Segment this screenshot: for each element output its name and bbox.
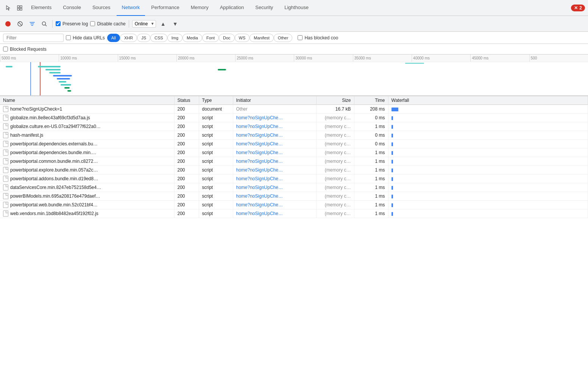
row-initiator-link[interactable]: home?noSignUpChe… (236, 141, 283, 147)
filter-type-other[interactable]: Other (274, 34, 293, 42)
row-size: (memory c… (316, 148, 354, 157)
hide-data-urls-text: Hide data URLs (73, 35, 105, 41)
tab-memory[interactable]: Memory (186, 0, 214, 16)
row-initiator-link[interactable]: home?noSignUpChe… (236, 211, 283, 216)
blocked-requests-label[interactable]: Blocked Requests (3, 47, 47, 52)
upload-button[interactable] (158, 19, 168, 29)
row-initiator-link[interactable]: home?noSignUpChe… (236, 159, 283, 164)
row-initiator-link[interactable]: home?noSignUpChe… (236, 115, 283, 120)
disable-cache-label[interactable]: Disable cache (90, 21, 125, 27)
row-initiator-link[interactable]: home?noSignUpChe… (236, 124, 283, 129)
filter-type-doc[interactable]: Doc (219, 34, 235, 42)
filter-type-ws[interactable]: WS (235, 34, 250, 42)
col-name[interactable]: Name (0, 96, 174, 105)
row-size: (memory c… (316, 192, 354, 201)
table-row[interactable]: powerbiportal.dependencies.bundle.min.…2… (0, 148, 588, 157)
table-row[interactable]: dataServicesCore.min.8247eb752158d5e4…20… (0, 183, 588, 192)
table-row[interactable]: powerbiportal.addons.bundle.min.d19ed8…2… (0, 175, 588, 183)
file-icon (3, 115, 8, 121)
tab-performance[interactable]: Performance (146, 0, 184, 16)
hide-data-urls-label[interactable]: Hide data URLs (66, 35, 105, 41)
table-row[interactable]: web.vendors.min.1bd8b8482ea45f192f02.js2… (0, 209, 588, 218)
col-waterfall[interactable]: Waterfall (388, 96, 588, 105)
svg-line-7 (45, 25, 47, 26)
inspect-icon[interactable] (14, 3, 25, 13)
preserve-log-label[interactable]: Preserve log (56, 21, 88, 27)
tab-elements[interactable]: Elements (26, 0, 57, 16)
filter-type-all[interactable]: All (107, 34, 120, 42)
svg-rect-1 (20, 6, 22, 8)
network-condition-select[interactable]: Online (132, 20, 156, 28)
file-icon (3, 132, 8, 138)
blocked-requests-checkbox[interactable] (3, 47, 8, 51)
row-status: 200 (174, 157, 199, 166)
row-initiator-link[interactable]: home?noSignUpChe… (236, 133, 283, 138)
row-initiator-link[interactable]: home?noSignUpChe… (236, 150, 283, 155)
table-row[interactable]: hash-manifest.js200scripthome?noSignUpCh… (0, 131, 588, 140)
row-name: powerbiportal.web.bundle.min.52c021bf4… (10, 202, 98, 208)
row-size: (memory c… (316, 201, 354, 209)
row-status: 200 (174, 140, 199, 148)
row-waterfall (388, 183, 588, 192)
row-initiator-link[interactable]: home?noSignUpChe… (236, 202, 283, 208)
tab-network[interactable]: Network (117, 0, 145, 16)
filter-icon-button[interactable] (27, 19, 37, 29)
col-time[interactable]: Time (354, 96, 388, 105)
row-initiator-link[interactable]: home?noSignUpChe… (236, 176, 283, 181)
table-row[interactable]: powerbiportal.common.bundle.min.c8272…20… (0, 157, 588, 166)
filter-type-css[interactable]: CSS (150, 34, 167, 42)
row-type: script (199, 140, 233, 148)
row-status: 200 (174, 122, 199, 131)
table-row[interactable]: home?noSignUpCheck=1200documentOther16.7… (0, 105, 588, 114)
row-size: (memory c… (316, 166, 354, 175)
filter-input[interactable] (3, 34, 64, 42)
filter-type-media[interactable]: Media (182, 34, 202, 42)
table-row[interactable]: powerbiportal.explore.bundle.min.057a2c…… (0, 166, 588, 175)
row-initiator-link[interactable]: home?noSignUpChe… (236, 167, 283, 173)
col-status[interactable]: Status (174, 96, 199, 105)
row-waterfall (388, 114, 588, 122)
search-button[interactable] (39, 19, 49, 29)
has-blocked-checkbox[interactable] (298, 35, 303, 40)
clear-button[interactable] (15, 19, 25, 29)
table-row[interactable]: powerbiportal.web.bundle.min.52c021bf4…2… (0, 201, 588, 209)
ruler-mark-0: 5000 ms (0, 55, 59, 62)
record-button[interactable] (3, 19, 13, 29)
filter-type-js[interactable]: JS (137, 34, 150, 42)
tab-sources[interactable]: Sources (87, 0, 116, 16)
row-type: script (199, 148, 233, 157)
row-initiator-link[interactable]: home?noSignUpChe… (236, 185, 283, 190)
error-count: 2 (579, 5, 582, 11)
tab-security[interactable]: Security (250, 0, 278, 16)
row-initiator: home?noSignUpChe… (233, 148, 316, 157)
tab-lighthouse[interactable]: Lighthouse (279, 0, 314, 16)
filter-type-xhr[interactable]: XHR (120, 34, 137, 42)
row-status: 200 (174, 105, 199, 114)
error-badge[interactable]: ✕ 2 (571, 5, 585, 11)
col-initiator[interactable]: Initiator (233, 96, 316, 105)
filter-type-font[interactable]: Font (202, 34, 219, 42)
svg-rect-3 (20, 8, 22, 10)
row-type: script (199, 157, 233, 166)
tab-application[interactable]: Application (215, 0, 250, 16)
col-size[interactable]: Size (316, 96, 354, 105)
row-size: (memory c… (316, 140, 354, 148)
hide-data-urls-checkbox[interactable] (66, 35, 71, 40)
row-waterfall (388, 201, 588, 209)
tl-bar-9 (218, 69, 226, 70)
table-row[interactable]: globalize.min.8e8ec43af69cf3d5d7aa.js200… (0, 114, 588, 122)
tab-console[interactable]: Console (58, 0, 86, 16)
filter-type-manifest[interactable]: Manifest (250, 34, 274, 42)
preserve-log-checkbox[interactable] (56, 21, 61, 26)
table-row[interactable]: powerBIModels.min.695a208176e479daef…200… (0, 192, 588, 201)
table-row[interactable]: powerbiportal.dependencies.externals.bu…… (0, 140, 588, 148)
ruler-mark-4: 25000 ms (235, 55, 294, 62)
download-button[interactable] (170, 19, 180, 29)
row-initiator-link[interactable]: home?noSignUpChe… (236, 193, 283, 199)
disable-cache-checkbox[interactable] (90, 21, 95, 26)
col-type[interactable]: Type (199, 96, 233, 105)
filter-type-img[interactable]: Img (167, 34, 182, 42)
row-initiator: home?noSignUpChe… (233, 192, 316, 201)
cursor-icon[interactable] (3, 3, 14, 13)
table-row[interactable]: globalize.culture.en-US.07ca294f77f622a0… (0, 122, 588, 131)
